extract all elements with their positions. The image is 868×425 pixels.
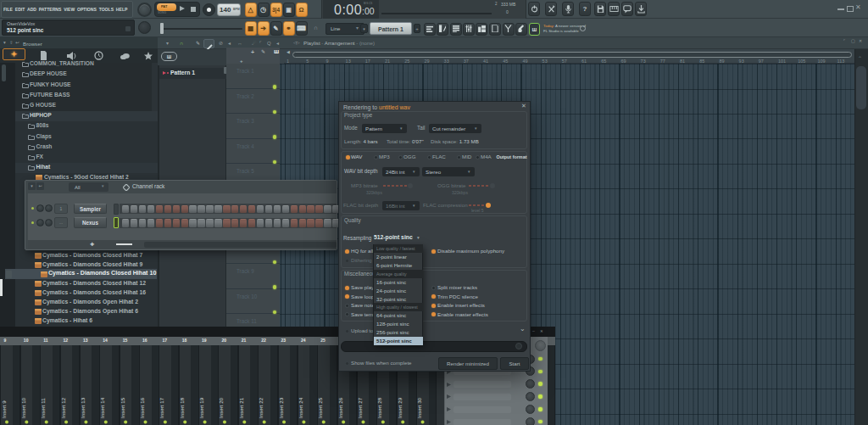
svg-text:Insert 25: Insert 25 xyxy=(317,397,323,418)
svg-text:Insert 24: Insert 24 xyxy=(298,397,303,418)
svg-text:Insert 30: Insert 30 xyxy=(416,397,422,418)
svg-text:Insert 23: Insert 23 xyxy=(278,397,284,418)
svg-text:Insert 16: Insert 16 xyxy=(139,397,145,418)
svg-text:Insert 20: Insert 20 xyxy=(218,397,224,418)
svg-text:Insert 11: Insert 11 xyxy=(40,398,46,418)
svg-text:Insert 14: Insert 14 xyxy=(99,397,105,418)
svg-text:Insert 17: Insert 17 xyxy=(159,397,164,418)
svg-text:Insert 28: Insert 28 xyxy=(376,397,382,418)
svg-text:Insert 26: Insert 26 xyxy=(337,397,343,418)
svg-text:Insert 21: Insert 21 xyxy=(238,397,244,418)
svg-text:Insert 19: Insert 19 xyxy=(198,397,204,418)
svg-text:Insert 27: Insert 27 xyxy=(357,397,363,418)
svg-text:Insert 12: Insert 12 xyxy=(60,397,66,418)
svg-text:Insert 15: Insert 15 xyxy=(120,397,125,418)
svg-text:Insert 13: Insert 13 xyxy=(80,397,86,418)
svg-text:Insert 10: Insert 10 xyxy=(20,397,26,418)
svg-text:Insert 18: Insert 18 xyxy=(179,397,185,418)
svg-text:Insert 29: Insert 29 xyxy=(397,397,403,418)
svg-text:Insert 9: Insert 9 xyxy=(1,400,7,418)
svg-text:Insert 22: Insert 22 xyxy=(258,397,264,418)
